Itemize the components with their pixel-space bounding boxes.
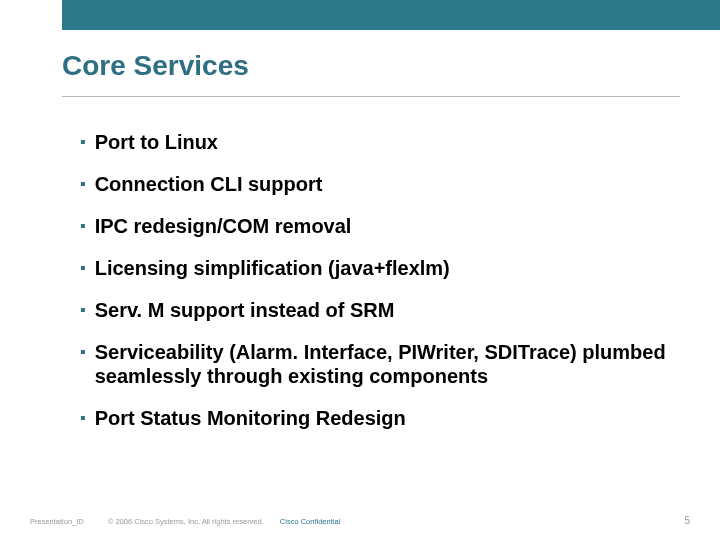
bullet-text: IPC redesign/COM removal: [95, 214, 670, 238]
bullet-text: Connection CLI support: [95, 172, 670, 196]
header-band: [0, 0, 720, 30]
bullet-list: ▪ Port to Linux ▪ Connection CLI support…: [80, 130, 670, 448]
title-underline: [62, 96, 680, 97]
bullet-marker-icon: ▪: [80, 214, 86, 238]
list-item: ▪ Connection CLI support: [80, 172, 670, 196]
bullet-marker-icon: ▪: [80, 130, 86, 154]
list-item: ▪ Serviceability (Alarm. Interface, PIWr…: [80, 340, 670, 388]
bullet-marker-icon: ▪: [80, 256, 86, 280]
list-item: ▪ Port Status Monitoring Redesign: [80, 406, 670, 430]
list-item: ▪ IPC redesign/COM removal: [80, 214, 670, 238]
bullet-marker-icon: ▪: [80, 340, 86, 364]
bullet-text: Port Status Monitoring Redesign: [95, 406, 670, 430]
list-item: ▪ Serv. M support instead of SRM: [80, 298, 670, 322]
bullet-text: Serv. M support instead of SRM: [95, 298, 670, 322]
bullet-marker-icon: ▪: [80, 172, 86, 196]
list-item: ▪ Port to Linux: [80, 130, 670, 154]
bullet-marker-icon: ▪: [80, 406, 86, 430]
slide-footer: Presentation_ID © 2006 Cisco Systems, In…: [30, 515, 690, 526]
bullet-text: Port to Linux: [95, 130, 670, 154]
bullet-marker-icon: ▪: [80, 298, 86, 322]
copyright-text: © 2006 Cisco Systems, Inc. All rights re…: [108, 517, 264, 526]
presentation-id: Presentation_ID: [30, 517, 84, 526]
bullet-text: Licensing simplification (java+flexlm): [95, 256, 670, 280]
bullet-text: Serviceability (Alarm. Interface, PIWrit…: [95, 340, 670, 388]
slide-title: Core Services: [62, 50, 249, 82]
confidential-label: Cisco Confidential: [280, 517, 340, 526]
page-number: 5: [684, 515, 690, 526]
list-item: ▪ Licensing simplification (java+flexlm): [80, 256, 670, 280]
